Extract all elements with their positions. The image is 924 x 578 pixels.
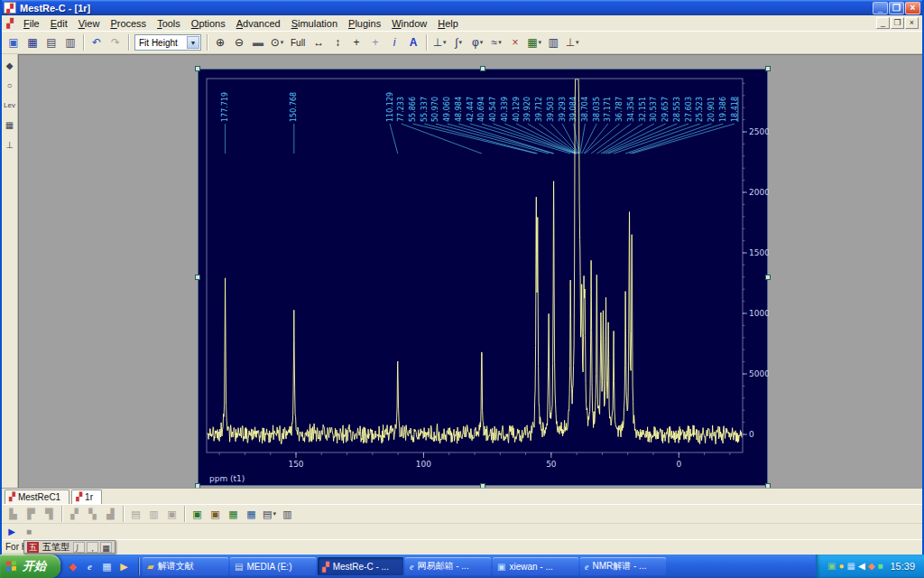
selection-handle[interactable] [765, 483, 771, 488]
selection-handle[interactable] [195, 275, 200, 280]
taskbar-task[interactable]: eNMR解谱 - ... [580, 557, 666, 575]
menu-plugins[interactable]: Plugins [343, 16, 386, 31]
manual-zoom-icon[interactable]: ▬ [249, 33, 267, 51]
restore-button[interactable]: ❐ [889, 2, 904, 14]
run-button[interactable]: ▶ [5, 526, 19, 538]
toolbar-separator [128, 34, 129, 51]
ime-pen-icon[interactable]: 丿 [73, 542, 85, 553]
save-icon[interactable]: ▦ [23, 33, 42, 51]
doc-tab-1r[interactable]: ▞1r [71, 489, 102, 504]
pan-icon[interactable]: + [366, 33, 384, 51]
taskbar-task[interactable]: e网易邮箱 - ... [405, 557, 491, 575]
menu-advanced[interactable]: Advanced [231, 16, 286, 31]
taskbar-task[interactable]: ▰解谱文献 [143, 557, 228, 575]
menu-window[interactable]: Window [386, 16, 432, 31]
print-icon[interactable]: ▤ [42, 33, 60, 51]
expand-horizontal-icon[interactable]: ↔ [310, 33, 328, 51]
info-icon[interactable]: i [385, 33, 403, 51]
taskbar-task[interactable]: ▣xiewan - ... [493, 557, 578, 575]
menu-tools[interactable]: Tools [152, 16, 186, 31]
titlebar: ▞ MestRe-C - [1r] _ ❐ × [2, 0, 922, 15]
quicklaunch-player-icon[interactable]: ▶ [116, 559, 132, 574]
tray-messenger-icon[interactable]: ◆ [868, 562, 875, 571]
fit-mode-combo[interactable]: Fit Height▼ [134, 34, 201, 51]
menu-simulation[interactable]: Simulation [286, 16, 343, 31]
selection-handle[interactable] [480, 66, 485, 71]
snap-to-grid-icon[interactable]: ▦ [243, 506, 260, 522]
page-setup-icon[interactable]: ▤▾ [261, 506, 278, 522]
show-grid-icon[interactable]: ▦ [225, 506, 242, 522]
selection-handle[interactable] [765, 66, 771, 71]
zoom-mode-icon[interactable]: ⊙▾ [268, 33, 286, 51]
tray-antivirus-icon[interactable]: ▣ [827, 562, 836, 571]
expand-vertical-icon[interactable]: ↕ [328, 33, 346, 51]
svg-text:28.553: 28.553 [673, 97, 681, 122]
menu-file[interactable]: File [18, 16, 45, 31]
zoom-in-icon[interactable]: ⊕ [211, 33, 229, 51]
task-icon: ▤ [235, 562, 243, 572]
ime-softkeyboard-icon[interactable]: ▦ [100, 542, 112, 553]
tray-volume-icon[interactable]: ◀ [858, 562, 865, 571]
selection-handle[interactable] [195, 483, 200, 488]
level-tool-icon[interactable]: Lev [3, 98, 17, 112]
svg-text:40.547: 40.547 [489, 97, 497, 122]
minimize-button[interactable]: _ [873, 2, 888, 14]
print-layout-icon[interactable]: ▥ [279, 506, 296, 522]
spectrum-document[interactable]: 0500010000150002000025000150100500ppm (t… [198, 69, 768, 486]
undo-icon[interactable]: ↶ [88, 33, 106, 51]
menu-help[interactable]: Help [432, 16, 464, 31]
menu-edit[interactable]: Edit [45, 16, 73, 31]
mdi-minimize-button[interactable]: _ [876, 17, 890, 29]
start-button[interactable]: 开始 [0, 555, 60, 578]
close-button[interactable]: × [905, 2, 920, 14]
integration-icon[interactable]: ∫▾ [449, 33, 467, 51]
tray-safety-icon[interactable]: ■ [877, 562, 882, 571]
grid-mode-icon[interactable]: ▦▾ [525, 33, 543, 51]
text-tool-icon[interactable]: A [404, 33, 422, 51]
zoom-out-icon[interactable]: ⊖ [230, 33, 248, 51]
selection-handle[interactable] [195, 66, 200, 71]
quicklaunch-desktop-icon[interactable]: ▦ [99, 559, 115, 574]
lasso-tool-icon[interactable]: ○ [3, 79, 17, 92]
task-icon: ▰ [147, 562, 154, 572]
print-preview-icon[interactable]: ▥ [61, 33, 79, 51]
new-window-icon[interactable]: ▣ [5, 33, 23, 51]
menu-process[interactable]: Process [105, 16, 152, 31]
bring-to-front-icon[interactable]: ▣ [189, 506, 206, 522]
taskbar-task[interactable]: ▞MestRe-C - ... [318, 557, 403, 575]
selection-handle[interactable] [480, 483, 485, 488]
quicklaunch-app-icon[interactable]: ◆ [65, 559, 80, 574]
fid-tool-icon[interactable]: ⊥▾ [563, 33, 581, 51]
axes-tool-icon[interactable]: ⊥ [3, 138, 17, 152]
combo-arrow-icon[interactable]: ▼ [187, 36, 199, 49]
ime-name-label[interactable]: 五笔型 [41, 541, 71, 554]
quicklaunch-ie-icon[interactable]: e [82, 559, 97, 574]
ime-toolbar: 五 五笔型 丿，▦ [23, 540, 116, 554]
ungroup-icon: ▥ [145, 506, 162, 522]
mdi-close-button[interactable]: × [905, 17, 919, 29]
menu-view[interactable]: View [73, 16, 106, 31]
cut-region-icon[interactable]: × [506, 33, 524, 51]
peak-picking-icon[interactable]: ⊥▾ [430, 33, 448, 51]
full-view-button[interactable]: Full [287, 33, 309, 51]
selection-handle[interactable] [765, 275, 771, 280]
ime-logo-icon[interactable]: 五 [27, 542, 39, 553]
grid-tool-icon[interactable]: ▦ [3, 118, 17, 132]
mdi-restore-button[interactable]: ❐ [891, 17, 904, 29]
toolbar-separator [207, 34, 208, 51]
tray-network-icon[interactable]: ▦ [847, 562, 855, 571]
taskbar-task[interactable]: ▤MEDIA (E:) [230, 557, 316, 575]
svg-text:50.970: 50.970 [431, 97, 439, 122]
doc-tab-mestrec1[interactable]: ▞MestReC1 [5, 489, 69, 504]
stacked-view-icon[interactable]: ▥ [544, 33, 562, 51]
crosshair-icon[interactable]: + [347, 33, 365, 51]
ime-punctuation-icon[interactable]: ， [87, 542, 98, 553]
pointer-tool-icon[interactable]: ◆ [3, 59, 17, 72]
svg-text:39.920: 39.920 [523, 97, 531, 122]
svg-text:48.984: 48.984 [455, 97, 463, 122]
phase-correction-icon[interactable]: φ▾ [468, 33, 486, 51]
tray-update-icon[interactable]: ● [839, 562, 845, 571]
menu-options[interactable]: Options [186, 16, 231, 31]
baseline-icon[interactable]: ≈▾ [487, 33, 505, 51]
send-to-back-icon[interactable]: ▣ [207, 506, 224, 522]
